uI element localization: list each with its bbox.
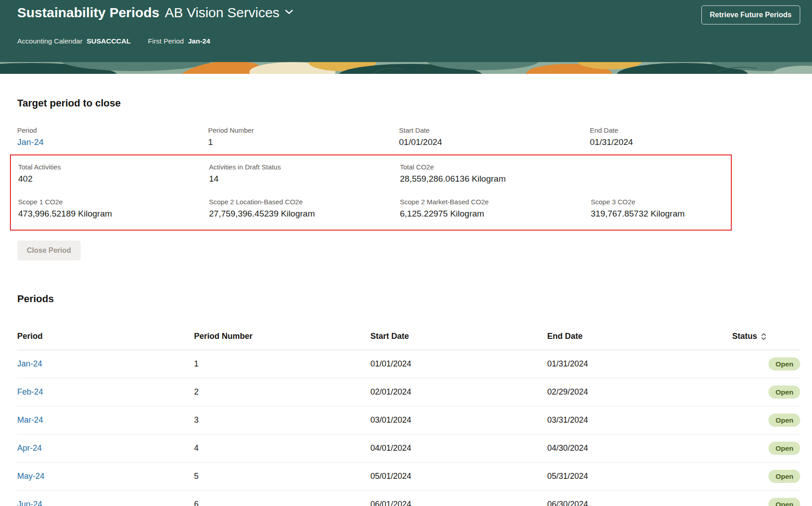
field-total-co2e-value: 28,559,286.06136 Kilogram — [400, 174, 591, 184]
field-end-date: End Date 01/31/2024 — [590, 126, 781, 147]
field-scope3-co2e-label: Scope 3 CO2e — [591, 198, 782, 206]
field-scope1-co2e-label: Scope 1 CO2e — [18, 198, 209, 206]
end-date-cell: 04/30/2024 — [547, 443, 724, 453]
field-activities-draft-value: 14 — [209, 174, 400, 184]
first-period-label: First Period — [148, 37, 184, 45]
period-link[interactable]: Mar-24 — [17, 415, 194, 425]
context-selector[interactable]: AB Vision Services — [165, 5, 293, 21]
field-total-co2e-label: Total CO2e — [400, 163, 591, 171]
end-date-cell: 06/30/2024 — [547, 500, 724, 506]
periods-heading: Periods — [17, 293, 800, 305]
field-scope2-location-co2e: Scope 2 Location-Based CO2e 27,759,396.4… — [209, 198, 400, 219]
period-link[interactable]: Jan-24 — [17, 359, 194, 369]
field-total-activities-label: Total Activities — [18, 163, 209, 171]
field-period-number-value: 1 — [208, 137, 399, 147]
status-badge: Open — [768, 386, 800, 399]
start-date-cell: 01/01/2024 — [370, 359, 547, 369]
table-row: Jun-24 6 06/01/2024 06/30/2024 Open — [17, 491, 800, 506]
field-scope1-co2e-value: 473,996.52189 Kilogram — [18, 209, 209, 219]
annotation-highlight-box: Total Activities 402 Activities in Draft… — [10, 154, 732, 231]
end-date-cell: 02/29/2024 — [547, 387, 724, 397]
table-row: Feb-24 2 02/01/2024 02/29/2024 Open — [17, 378, 800, 406]
status-badge: Open — [768, 442, 800, 455]
period-number-cell: 6 — [194, 500, 370, 506]
target-period-heading: Target period to close — [17, 97, 800, 109]
header-meta: Accounting Calendar SUSACCCAL First Peri… — [17, 37, 800, 45]
table-row: Apr-24 4 04/01/2024 04/30/2024 Open — [17, 434, 800, 463]
period-number-cell: 3 — [194, 415, 370, 425]
column-header-status-label: Status — [732, 332, 757, 341]
period-number-cell: 5 — [194, 472, 370, 481]
field-end-date-label: End Date — [590, 126, 781, 134]
first-period-value: Jan-24 — [188, 37, 210, 45]
period-link[interactable]: Apr-24 — [17, 443, 194, 453]
period-link[interactable]: Jun-24 — [17, 500, 194, 506]
start-date-cell: 02/01/2024 — [370, 387, 547, 397]
start-date-cell: 03/01/2024 — [370, 415, 547, 425]
start-date-cell: 05/01/2024 — [370, 472, 547, 481]
period-number-cell: 4 — [194, 443, 370, 453]
period-number-cell: 1 — [194, 359, 370, 369]
field-total-activities: Total Activities 402 — [18, 163, 209, 184]
status-badge: Open — [768, 470, 800, 483]
close-period-button[interactable]: Close Period — [17, 241, 81, 260]
start-date-cell: 06/01/2024 — [370, 500, 547, 506]
field-period-label: Period — [17, 126, 208, 134]
periods-table: Period Period Number Start Date End Date… — [17, 323, 800, 506]
field-scope1-co2e: Scope 1 CO2e 473,996.52189 Kilogram — [18, 198, 209, 219]
column-header-end-date: End Date — [547, 332, 724, 341]
end-date-cell: 01/31/2024 — [547, 359, 724, 369]
status-badge: Open — [768, 357, 800, 371]
field-scope2-market-co2e-value: 6,125.22975 Kilogram — [400, 209, 591, 219]
table-row: Jan-24 1 01/01/2024 01/31/2024 Open — [17, 350, 800, 378]
field-activities-draft-label: Activities in Draft Status — [209, 163, 400, 171]
field-period-number-label: Period Number — [208, 126, 399, 134]
retrieve-future-periods-button[interactable]: Retrieve Future Periods — [701, 5, 801, 24]
end-date-cell: 03/31/2024 — [547, 415, 724, 425]
field-scope3-co2e-value: 319,767.85732 Kilogram — [591, 209, 782, 219]
field-scope3-co2e: Scope 3 CO2e 319,767.85732 Kilogram — [591, 198, 782, 219]
accounting-calendar-label: Accounting Calendar — [17, 37, 83, 45]
table-row: Mar-24 3 03/01/2024 03/31/2024 Open — [17, 406, 800, 434]
banner-art — [0, 62, 812, 74]
main-content: Target period to close Period Jan-24 Per… — [0, 97, 812, 506]
field-start-date-label: Start Date — [399, 126, 590, 134]
field-total-co2e: Total CO2e 28,559,286.06136 Kilogram — [400, 163, 591, 184]
field-scope2-market-co2e: Scope 2 Market-Based CO2e 6,125.22975 Ki… — [400, 198, 591, 219]
field-start-date: Start Date 01/01/2024 — [399, 126, 590, 147]
field-scope2-location-co2e-value: 27,759,396.45239 Kilogram — [209, 209, 400, 219]
field-period-number: Period Number 1 — [208, 126, 399, 147]
sort-icon[interactable] — [761, 333, 767, 341]
start-date-cell: 04/01/2024 — [370, 443, 547, 453]
accounting-calendar-value: SUSACCCAL — [87, 37, 131, 45]
period-number-cell: 2 — [194, 387, 370, 397]
page: Sustainability Periods AB Vision Service… — [0, 0, 812, 506]
field-empty — [591, 163, 782, 184]
field-start-date-value: 01/01/2024 — [399, 137, 590, 147]
field-end-date-value: 01/31/2024 — [590, 137, 781, 147]
status-badge: Open — [768, 498, 800, 506]
field-total-activities-value: 402 — [18, 174, 209, 184]
page-header: Sustainability Periods AB Vision Service… — [0, 0, 812, 62]
period-link[interactable]: Feb-24 — [17, 387, 194, 397]
status-badge: Open — [768, 414, 800, 427]
field-scope2-location-co2e-label: Scope 2 Location-Based CO2e — [209, 198, 400, 206]
target-fields-row3: Scope 1 CO2e 473,996.52189 Kilogram Scop… — [18, 198, 724, 219]
field-scope2-market-co2e-label: Scope 2 Market-Based CO2e — [400, 198, 591, 206]
period-link[interactable]: May-24 — [17, 472, 194, 481]
table-header-row: Period Period Number Start Date End Date… — [17, 323, 800, 350]
field-period-value-link[interactable]: Jan-24 — [17, 137, 208, 147]
column-header-status[interactable]: Status — [732, 332, 800, 341]
page-title: Sustainability Periods — [17, 5, 159, 21]
target-fields-row2: Total Activities 402 Activities in Draft… — [18, 163, 724, 184]
target-fields-row1: Period Jan-24 Period Number 1 Start Date… — [17, 126, 800, 147]
table-row: May-24 5 05/01/2024 05/31/2024 Open — [17, 463, 800, 491]
chevron-down-icon — [285, 8, 293, 17]
end-date-cell: 05/31/2024 — [547, 472, 724, 481]
field-activities-draft: Activities in Draft Status 14 — [209, 163, 400, 184]
column-header-period: Period — [17, 332, 194, 341]
column-header-start-date: Start Date — [370, 332, 547, 341]
context-selector-label: AB Vision Services — [165, 5, 279, 21]
column-header-period-number: Period Number — [194, 332, 370, 341]
field-period: Period Jan-24 — [17, 126, 208, 147]
